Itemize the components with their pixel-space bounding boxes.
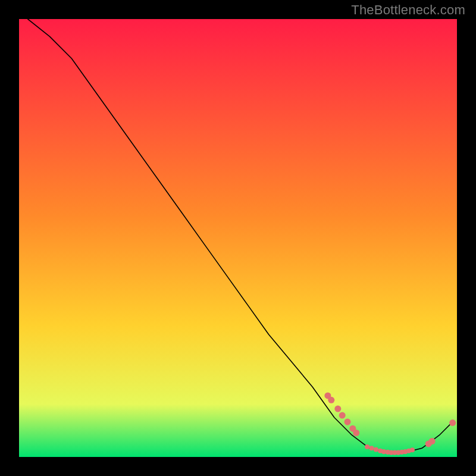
data-marker bbox=[334, 406, 341, 412]
chart-frame: TheBottleneck.com bbox=[0, 0, 476, 476]
watermark-text: TheBottleneck.com bbox=[351, 2, 465, 18]
data-marker bbox=[449, 419, 456, 426]
data-marker bbox=[410, 447, 415, 452]
chart-svg bbox=[19, 19, 457, 457]
data-marker bbox=[339, 412, 346, 419]
data-marker bbox=[353, 430, 359, 436]
data-marker bbox=[369, 446, 374, 450]
data-marker bbox=[429, 438, 436, 444]
plot-area bbox=[19, 19, 457, 457]
data-marker bbox=[374, 447, 378, 452]
data-marker bbox=[344, 419, 350, 425]
background-gradient bbox=[19, 19, 457, 457]
data-marker bbox=[328, 397, 334, 403]
data-marker bbox=[365, 444, 369, 449]
